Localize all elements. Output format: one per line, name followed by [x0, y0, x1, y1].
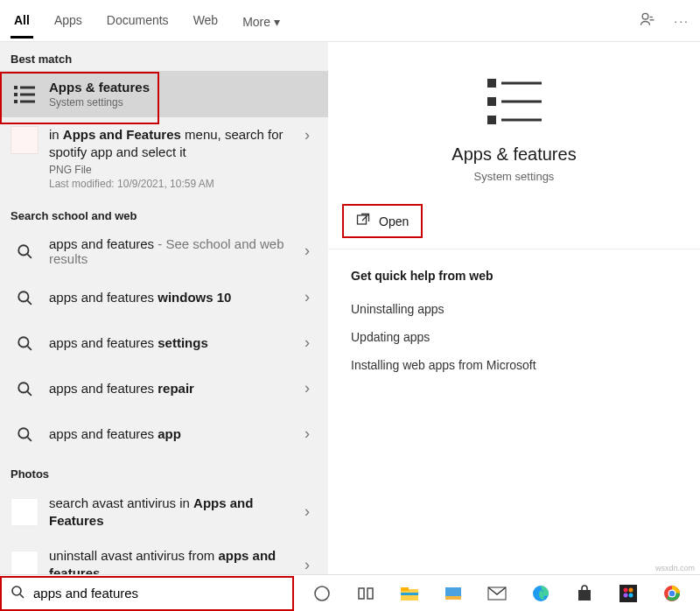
- svg-point-40: [629, 593, 634, 597]
- svg-line-16: [27, 437, 32, 441]
- watermark: wsxdn.com: [655, 564, 695, 572]
- svg-line-8: [27, 254, 32, 258]
- svg-rect-3: [14, 93, 18, 96]
- header-tabs-bar: All Apps Documents Web More ▾ ···: [0, 0, 700, 42]
- search-icon: [10, 237, 38, 265]
- photo-result[interactable]: uninstall avast antivirus from apps and …: [0, 538, 328, 574]
- help-heading: Get quick help from web: [351, 269, 677, 283]
- open-label: Open: [379, 214, 409, 228]
- web-result[interactable]: apps and features repair›: [0, 366, 328, 411]
- svg-line-12: [27, 346, 32, 350]
- chevron-right-icon[interactable]: ›: [297, 425, 318, 443]
- section-photos: Photos: [0, 457, 328, 486]
- taskbar-mail-icon[interactable]: [486, 583, 508, 604]
- preview-subtitle: System settings: [474, 170, 555, 183]
- search-input[interactable]: [32, 585, 284, 601]
- taskbar-cortana-icon[interactable]: [312, 583, 332, 604]
- taskbar-figma-icon[interactable]: [618, 583, 639, 604]
- svg-point-13: [18, 383, 28, 392]
- taskbar-explorer-icon[interactable]: [399, 583, 420, 604]
- preview-panel: Apps & features System settings Open Get…: [328, 42, 700, 574]
- search-box[interactable]: [0, 576, 294, 611]
- search-icon: [10, 284, 38, 312]
- chevron-right-icon[interactable]: ›: [297, 334, 318, 352]
- help-uninstalling[interactable]: Uninstalling apps: [351, 295, 677, 323]
- svg-rect-21: [487, 116, 496, 124]
- result-file-title: in Apps and Features menu, search for sp…: [49, 126, 286, 162]
- chevron-right-icon[interactable]: ›: [297, 379, 318, 397]
- svg-rect-33: [445, 596, 461, 600]
- web-result-title: apps and features - See school and web r…: [49, 236, 286, 266]
- chevron-down-icon: ▾: [274, 15, 280, 29]
- svg-rect-23: [358, 215, 367, 224]
- open-button[interactable]: Open: [342, 204, 423, 238]
- section-best-match: Best match: [0, 42, 328, 71]
- photo-result[interactable]: search avast antivirus in Apps and Featu…: [0, 486, 328, 539]
- divider: [328, 249, 700, 249]
- result-file-type: PNG File: [49, 164, 286, 176]
- web-result[interactable]: apps and features windows 10›: [0, 275, 328, 320]
- feedback-icon[interactable]: [639, 11, 656, 31]
- svg-rect-1: [14, 86, 18, 89]
- svg-rect-27: [359, 588, 364, 599]
- more-options-icon[interactable]: ···: [674, 14, 690, 28]
- tab-all[interactable]: All: [10, 3, 33, 39]
- svg-line-14: [27, 391, 32, 396]
- help-installing-web-apps[interactable]: Installing web apps from Microsoft: [351, 351, 677, 379]
- settings-list-icon-large: [482, 74, 547, 132]
- web-result[interactable]: apps and features settings›: [0, 320, 328, 366]
- tab-apps[interactable]: Apps: [51, 3, 86, 39]
- chevron-right-icon[interactable]: ›: [297, 502, 318, 521]
- taskbar-taskview-icon[interactable]: [355, 583, 376, 604]
- preview-title: Apps & features: [452, 144, 576, 165]
- image-file-icon: [10, 498, 38, 526]
- taskbar-mspaint-icon[interactable]: [443, 583, 464, 604]
- help-updating[interactable]: Updating apps: [351, 323, 677, 351]
- web-result-title: apps and features settings: [49, 335, 286, 350]
- svg-point-38: [629, 587, 634, 592]
- svg-line-25: [20, 594, 24, 598]
- web-result-title: apps and features app: [49, 426, 286, 441]
- result-apps-features[interactable]: Apps & features System settings: [0, 71, 328, 117]
- chevron-right-icon[interactable]: ›: [297, 288, 318, 306]
- bottom-bar: [0, 574, 700, 611]
- taskbar-store-icon[interactable]: [574, 583, 595, 604]
- results-panel: Best match Apps & features System settin…: [0, 42, 328, 574]
- result-subtitle: System settings: [49, 96, 318, 109]
- web-result-title: apps and features repair: [49, 381, 286, 396]
- settings-list-icon: [10, 81, 38, 109]
- result-title: Apps & features: [49, 80, 318, 95]
- tab-documents[interactable]: Documents: [103, 3, 172, 39]
- taskbar-edge-icon[interactable]: [530, 583, 551, 604]
- svg-point-37: [624, 587, 628, 592]
- svg-rect-28: [368, 588, 373, 599]
- svg-rect-5: [14, 100, 18, 103]
- web-result[interactable]: apps and features app›: [0, 411, 328, 457]
- svg-point-7: [18, 245, 28, 255]
- result-png-file[interactable]: in Apps and Features menu, search for sp…: [0, 117, 328, 199]
- result-file-modified: Last modified: 10/9/2021, 10:59 AM: [49, 178, 286, 190]
- svg-rect-36: [620, 585, 637, 602]
- svg-point-24: [12, 586, 21, 595]
- svg-point-39: [624, 593, 628, 597]
- search-icon: [10, 585, 24, 601]
- svg-rect-17: [487, 79, 496, 88]
- tab-more[interactable]: More ▾: [239, 3, 284, 39]
- web-result[interactable]: apps and features - See school and web r…: [0, 228, 328, 275]
- svg-point-11: [18, 337, 28, 347]
- image-file-icon: [10, 126, 38, 154]
- taskbar: [294, 583, 700, 604]
- svg-point-0: [642, 13, 648, 19]
- search-icon: [10, 420, 38, 448]
- tab-web[interactable]: Web: [190, 3, 222, 39]
- taskbar-chrome-icon[interactable]: [662, 583, 682, 604]
- filter-tabs: All Apps Documents Web More ▾: [10, 3, 284, 39]
- svg-rect-19: [487, 97, 496, 106]
- svg-rect-31: [401, 593, 418, 595]
- svg-point-9: [18, 291, 28, 301]
- section-search-web: Search school and web: [0, 199, 328, 228]
- image-file-icon: [10, 551, 38, 574]
- chevron-right-icon[interactable]: ›: [297, 126, 318, 144]
- chevron-right-icon[interactable]: ›: [297, 242, 318, 260]
- chevron-right-icon[interactable]: ›: [297, 556, 318, 574]
